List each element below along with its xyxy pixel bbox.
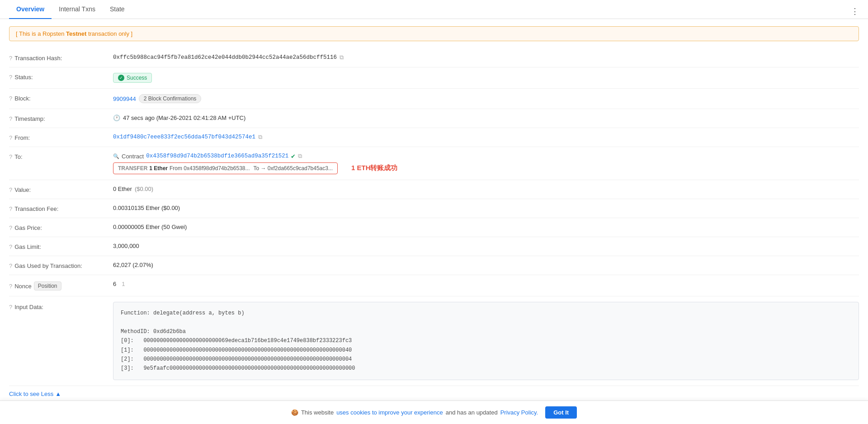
value-help-icon[interactable]: ?	[9, 186, 12, 193]
timestamp-label: ? Timestamp:	[9, 114, 113, 122]
txfee-row: ? Transaction Fee: 0.00310135 Ether ($0.…	[9, 199, 859, 218]
transfer-line: TRANSFER 1 Ether From 0x4358f98d9d74b2b6…	[113, 162, 397, 174]
timestamp-row: ? Timestamp: 🕐 47 secs ago (Mar-26-2021 …	[9, 109, 859, 128]
gaslimit-label-text: Gas Limit:	[14, 243, 41, 250]
block-label-text: Block:	[14, 95, 30, 102]
from-copy-icon[interactable]: ⧉	[258, 133, 262, 141]
nonce-position-badge: Position	[34, 281, 61, 291]
inputdata-row: ? Input Data: Function: delegate(address…	[9, 296, 859, 386]
gasused-value: 62,027 (2.07%)	[113, 262, 859, 268]
gasprice-help-icon[interactable]: ?	[9, 224, 12, 231]
gasprice-label-text: Gas Price:	[14, 224, 42, 231]
contract-address[interactable]: 0x4358f98d9d74b2b6538bdf1e3665ad9a35f215…	[146, 153, 288, 159]
status-help-icon[interactable]: ?	[9, 74, 12, 81]
nonce-help-icon[interactable]: ?	[9, 283, 12, 290]
block-label: ? Block:	[9, 94, 113, 102]
gasused-label: ? Gas Used by Transaction:	[9, 262, 113, 269]
nonce-val: 6	[113, 281, 116, 287]
timestamp-help-icon[interactable]: ?	[9, 115, 12, 122]
privacy-policy-link[interactable]: Privacy Policy.	[500, 409, 538, 416]
tab-menu-icon[interactable]: ⋮	[851, 6, 859, 16]
nonce-label-text: Nonce	[14, 283, 32, 290]
tx-hash-copy-icon[interactable]: ⧉	[340, 54, 344, 61]
verified-icon: ✔	[291, 153, 296, 160]
tab-overview[interactable]: Overview	[9, 0, 52, 19]
from-label-text: From:	[14, 134, 30, 141]
value-label-text: Value:	[14, 186, 31, 193]
status-value: Success	[113, 73, 859, 83]
main-container: Overview Internal Txns State ⋮ [ This is…	[0, 0, 868, 424]
gasprice-label: ? Gas Price:	[9, 224, 113, 231]
gasprice-row: ? Gas Price: 0.00000005 Ether (50 Gwei)	[9, 218, 859, 237]
inputdata-help-icon[interactable]: ?	[9, 304, 12, 310]
testnet-bold: Testnet	[66, 30, 86, 37]
tab-internal-txns[interactable]: Internal Txns	[52, 0, 103, 19]
testnet-text2: transaction only ]	[86, 30, 132, 37]
content-area: [ This is a Ropsten Testnet transaction …	[0, 19, 868, 406]
tx-hash-hash: 0xffc5b988cac94f5fb7ea81d62ce42e044ddb0b…	[113, 54, 337, 61]
click-less[interactable]: Click to see Less ▲	[9, 386, 859, 397]
timestamp-text: 47 secs ago (Mar-26-2021 02:41:28 AM +UT…	[123, 114, 245, 121]
cookie-link[interactable]: uses cookies to improve your experience	[336, 409, 443, 416]
txfee-help-icon[interactable]: ?	[9, 205, 12, 212]
value-value: 0 Ether ($0.00)	[113, 186, 859, 192]
tx-hash-label-text: Transaction Hash:	[14, 55, 62, 62]
tab-state[interactable]: State	[103, 0, 132, 19]
transfer-box: TRANSFER 1 Ether From 0x4358f98d9d74b2b6…	[113, 162, 338, 174]
chevron-up-icon: ▲	[55, 391, 61, 397]
value-row: ? Value: 0 Ether ($0.00)	[9, 180, 859, 199]
status-label-text: Status:	[14, 74, 33, 81]
to-help-icon[interactable]: ?	[9, 153, 12, 160]
to-value: 🔍 Contract 0x4358f98d9d74b2b6538bdf1e366…	[113, 152, 859, 174]
status-badge: Success	[113, 73, 152, 83]
txfee-label-text: Transaction Fee:	[14, 205, 58, 212]
inputdata-value-container: Function: delegate(address a, bytes b) M…	[113, 302, 859, 380]
status-row: ? Status: Success	[9, 67, 859, 89]
clock-icon: 🕐	[113, 114, 120, 121]
tx-hash-row: ? Transaction Hash: 0xffc5b988cac94f5fb7…	[9, 48, 859, 67]
to-label: ? To:	[9, 152, 113, 160]
from-address[interactable]: 0x1df9480c7eee833f2ec56dda457bf043d42574…	[113, 134, 255, 140]
value-usd: ($0.00)	[135, 186, 153, 192]
input-data-box[interactable]: Function: delegate(address a, bytes b) M…	[113, 302, 859, 380]
gaslimit-row: ? Gas Limit: 3,000,000	[9, 237, 859, 256]
to-row: ? To: 🔍 Contract 0x4358f98d9d74b2b6538bd…	[9, 147, 859, 180]
tabs-bar: Overview Internal Txns State ⋮	[0, 0, 868, 19]
eth-success-label: 1 ETH转账成功	[351, 164, 398, 172]
gaslimit-help-icon[interactable]: ?	[9, 243, 12, 250]
block-row: ? Block: 9909944 2 Block Confirmations	[9, 89, 859, 109]
gaslimit-label: ? Gas Limit:	[9, 243, 113, 250]
inputdata-label: ? Input Data:	[9, 302, 113, 310]
transfer-to-text: To → 0xf2da665c9cad7b45ac3...	[254, 165, 333, 172]
timestamp-value: 🕐 47 secs ago (Mar-26-2021 02:41:28 AM +…	[113, 114, 859, 121]
timestamp-label-text: Timestamp:	[14, 115, 45, 122]
cookie-text2: and has an updated	[446, 409, 498, 416]
gasused-label-text: Gas Used by Transaction:	[14, 262, 82, 269]
block-help-icon[interactable]: ?	[9, 95, 12, 102]
click-less-text: Click to see Less	[9, 391, 53, 397]
cookie-icon: 🍪	[291, 409, 298, 416]
gasused-text: 62,027 (2.07%)	[113, 262, 153, 268]
got-it-button[interactable]: Got It	[545, 406, 577, 419]
txfee-text: 0.00310135 Ether ($0.00)	[113, 205, 180, 211]
from-value: 0x1df9480c7eee833f2ec56dda457bf043d42574…	[113, 133, 859, 141]
inputdata-label-text: Input Data:	[14, 304, 43, 310]
transfer-label: TRANSFER	[118, 165, 147, 172]
from-row: ? From: 0x1df9480c7eee833f2ec56dda457bf0…	[9, 128, 859, 147]
gasused-help-icon[interactable]: ?	[9, 262, 12, 269]
contract-prefix: Contract	[122, 153, 144, 160]
block-number[interactable]: 9909944	[113, 95, 136, 102]
confirmations-badge: 2 Block Confirmations	[139, 94, 202, 103]
transfer-amount: 1 Ether	[149, 165, 168, 172]
gasprice-value: 0.00000005 Ether (50 Gwei)	[113, 224, 859, 230]
testnet-notice: [ This is a Ropsten Testnet transaction …	[9, 26, 859, 41]
value-eth: 0 Ether	[113, 186, 132, 192]
nonce-label: ? Nonce Position	[9, 281, 113, 291]
gasprice-text: 0.00000005 Ether (50 Gwei)	[113, 224, 187, 230]
gaslimit-value: 3,000,000	[113, 243, 859, 249]
block-value: 9909944 2 Block Confirmations	[113, 94, 859, 103]
tx-hash-help-icon[interactable]: ?	[9, 55, 12, 62]
gaslimit-text: 3,000,000	[113, 243, 139, 249]
from-help-icon[interactable]: ?	[9, 134, 12, 141]
contract-copy-icon[interactable]: ⧉	[298, 152, 302, 160]
